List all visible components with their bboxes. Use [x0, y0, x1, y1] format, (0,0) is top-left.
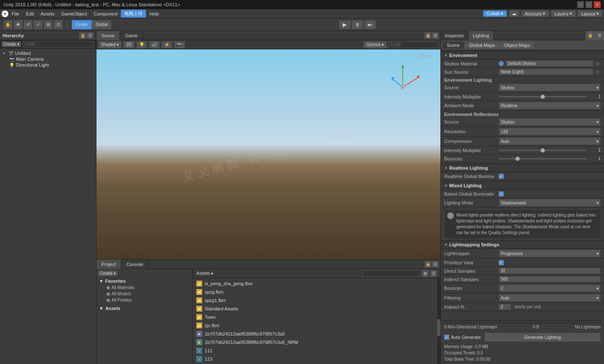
- assets-view-button[interactable]: ☰: [430, 270, 437, 277]
- menu-edit[interactable]: Edit: [23, 10, 37, 17]
- hierarchy-create-button[interactable]: Create ▾: [2, 41, 21, 47]
- asset-spzg[interactable]: 📁 spzg.fbm: [195, 288, 439, 296]
- favorites-header[interactable]: ▼ Favorites: [98, 278, 191, 284]
- transform-tool[interactable]: ⊡: [54, 20, 63, 29]
- fav-all-materials[interactable]: All Materials: [98, 284, 191, 291]
- lighting-button[interactable]: 💡: [136, 41, 147, 49]
- center-button[interactable]: Center: [72, 20, 92, 29]
- assets-create-button[interactable]: Create ▾: [98, 271, 117, 276]
- menu-file[interactable]: File: [8, 10, 23, 17]
- asset-si-peng[interactable]: 📁 si_peng_zha_gong.fbm: [195, 280, 439, 287]
- asset-tex2[interactable]: ■ 1b707db24212aa95389f6c970857c3a5_NRM: [195, 338, 439, 346]
- hierarchy-item-directional-light[interactable]: 💡 Directional Light: [8, 62, 94, 68]
- fx-button[interactable]: ⚡: [161, 41, 172, 49]
- hierarchy-search-input[interactable]: [23, 41, 94, 48]
- lighting-tab[interactable]: Lighting: [469, 31, 494, 40]
- filtering-dropdown[interactable]: Auto ▾: [499, 294, 601, 302]
- hierarchy-item-main-camera[interactable]: 📷 Main Camera: [8, 56, 94, 62]
- menu-upload[interactable]: 拖拽上传: [121, 10, 146, 18]
- assets-search-input[interactable]: [363, 270, 420, 277]
- hierarchy-item-untitled[interactable]: ▼ 🎬 Untitled: [2, 50, 94, 56]
- scene-tab[interactable]: Scene: [96, 31, 120, 40]
- rotate-tool[interactable]: ↺: [23, 20, 33, 29]
- scene-lock-button[interactable]: 🔒: [424, 32, 431, 39]
- account-button[interactable]: Account ▾: [521, 10, 549, 17]
- hierarchy-menu[interactable]: ☰: [87, 32, 94, 39]
- assets-scrollbar[interactable]: [437, 278, 440, 364]
- bounces-slider[interactable]: [499, 158, 586, 160]
- scale-tool[interactable]: ⤢: [34, 20, 43, 29]
- menu-component[interactable]: Component: [90, 10, 121, 17]
- scene-subtab[interactable]: Scene: [443, 42, 464, 49]
- layers-button[interactable]: Layers ▾: [551, 10, 575, 17]
- ambient-mode-dropdown[interactable]: Realtime ▾: [499, 102, 601, 109]
- generate-lighting-button[interactable]: Generate Lighting: [484, 333, 601, 342]
- hand-tool[interactable]: ✋: [3, 20, 13, 29]
- fav-all-models[interactable]: All Models: [98, 291, 191, 297]
- shade-mode-button[interactable]: Shaded ▾: [98, 41, 122, 49]
- rect-tool[interactable]: ⊞: [44, 20, 53, 29]
- sun-source-reset-button[interactable]: ⊙: [595, 69, 601, 75]
- global-maps-subtab[interactable]: Global Maps: [465, 42, 499, 49]
- direct-samples-field[interactable]: 32: [499, 268, 601, 274]
- auto-generate-checkbox[interactable]: [444, 335, 449, 340]
- move-tool[interactable]: ✥: [13, 20, 23, 29]
- realtime-gi-checkbox[interactable]: [499, 174, 504, 179]
- asset-spzg1[interactable]: 📁 spzg1.fbm: [195, 297, 439, 304]
- lightmapper-dropdown[interactable]: Progressive ▾: [499, 250, 601, 257]
- indirect-samples-field[interactable]: 500: [499, 276, 601, 282]
- minimize-button[interactable]: ─: [577, 1, 584, 8]
- asset-town[interactable]: 📁 Town: [195, 313, 439, 321]
- object-maps-subtab[interactable]: Object Maps: [500, 42, 534, 49]
- cloud-button[interactable]: ☁: [509, 10, 519, 17]
- refl-source-dropdown[interactable]: Skybox ▾: [499, 118, 601, 126]
- asset-111[interactable]: ♪ 111: [195, 347, 439, 354]
- lighting-mode-dropdown[interactable]: Shadowmask ▾: [499, 199, 601, 207]
- asset-zjc[interactable]: 📁 zjc.fbm: [195, 322, 439, 329]
- sun-source-field[interactable]: None (Light): [499, 69, 593, 75]
- refl-intensity-slider[interactable]: [499, 150, 586, 151]
- mixed-section-header[interactable]: ▼ Mixed Lighting: [441, 181, 604, 190]
- step-button[interactable]: ⏭: [364, 20, 376, 29]
- environment-section-header[interactable]: ▼ Environment: [441, 51, 604, 59]
- game-tab[interactable]: Game: [120, 31, 143, 40]
- assets-tree-header[interactable]: ▼ Assets: [98, 305, 191, 312]
- menu-gameobject[interactable]: GameObject: [58, 10, 91, 17]
- play-button[interactable]: ▶: [339, 20, 351, 29]
- baked-gi-checkbox[interactable]: [499, 191, 504, 196]
- maximize-button[interactable]: □: [586, 1, 592, 8]
- scene-viewport[interactable]: ← Persp 义义测制·公与B v2·ZXW: [96, 49, 440, 259]
- project-tab[interactable]: Project: [96, 260, 121, 269]
- hierarchy-lock[interactable]: 🔒: [79, 32, 86, 39]
- project-lock-button[interactable]: 🔒: [424, 261, 431, 268]
- compression-dropdown[interactable]: Auto ▾: [499, 137, 601, 145]
- scene-menu-button[interactable]: ☰: [432, 32, 439, 39]
- menu-help[interactable]: Help: [146, 10, 162, 17]
- pause-button[interactable]: ⏸: [351, 20, 363, 29]
- skybox-reset-button[interactable]: ⊙: [595, 61, 601, 67]
- collab-button[interactable]: Collab ▾: [483, 10, 507, 17]
- console-tab[interactable]: Console: [121, 260, 148, 269]
- lm-bounces-dropdown[interactable]: 2 ▾: [499, 284, 601, 292]
- global-button[interactable]: Global: [92, 20, 112, 29]
- asset-123[interactable]: ♪ 123: [195, 355, 439, 363]
- gizmos-button[interactable]: Gizmos ▾: [363, 41, 387, 49]
- skybox-material-field[interactable]: Default-Skybox: [505, 60, 593, 67]
- right-lock-button[interactable]: 🔒: [586, 31, 595, 40]
- resolution-dropdown[interactable]: 128 ▾: [499, 128, 601, 135]
- intensity-slider[interactable]: [499, 96, 586, 98]
- assets-filter-button[interactable]: ⊞: [422, 270, 429, 277]
- asset-tex1[interactable]: ■ 1b707db24212aa95389f6c970857c3a5: [195, 330, 439, 338]
- prioritize-checkbox[interactable]: [499, 260, 504, 265]
- layout-button[interactable]: Layout ▾: [578, 10, 602, 17]
- asset-standard[interactable]: 📁 Standard Assets: [195, 305, 439, 312]
- project-menu-button[interactable]: ☰: [432, 261, 439, 268]
- fav-all-prefabs[interactable]: All Prefabs: [98, 297, 191, 303]
- inspector-tab[interactable]: Inspector: [441, 31, 469, 40]
- 2d-button[interactable]: 2D: [123, 41, 135, 49]
- env-source-dropdown[interactable]: Skybox ▾: [499, 84, 601, 91]
- lightmapping-section-header[interactable]: ▼ Lightmapping Settings: [441, 240, 604, 249]
- menu-assets[interactable]: Assets: [37, 10, 58, 17]
- audio-button[interactable]: 🔊: [149, 41, 160, 49]
- realtime-section-header[interactable]: ▼ Realtime Lighting: [441, 164, 604, 172]
